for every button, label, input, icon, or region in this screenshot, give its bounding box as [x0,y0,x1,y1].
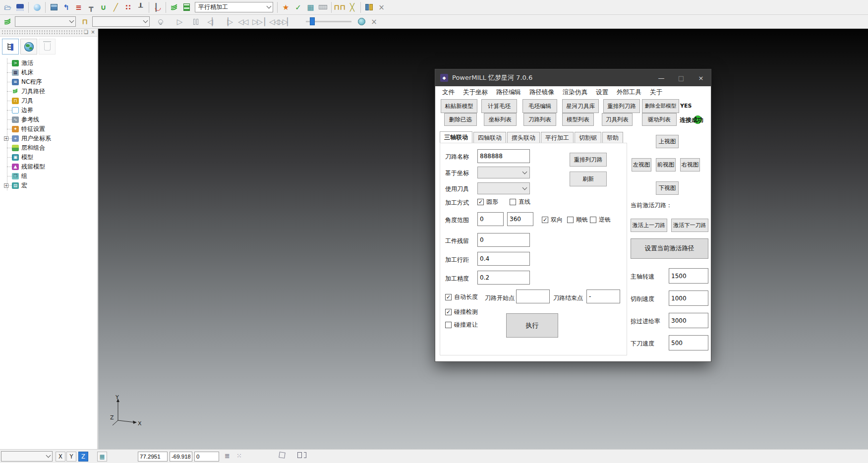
coord-z-field[interactable] [194,452,219,462]
boundary-icon[interactable]: ∪ [97,1,110,13]
tree-item-activate[interactable]: > 激活 [3,58,96,68]
view-bottom-button[interactable]: 下视图 [656,181,679,195]
speed-slider-handle[interactable] [310,17,315,25]
view-right-button[interactable]: 右视图 [680,158,700,172]
tab-4axis[interactable]: 四轴联动 [473,132,506,143]
menu-item-settings[interactable]: 设置 [596,88,608,97]
fast-forward-icon[interactable]: ▷▷ [251,16,263,28]
panel-grip[interactable] [2,33,82,34]
bidirectional-checkbox[interactable]: ✓ [542,217,548,223]
line-checkbox[interactable] [510,199,516,205]
tree-item-groups[interactable]: ❒ 组 [3,172,96,181]
calc-stock-button[interactable]: 计算毛坯 [481,99,517,113]
tab-recycle-bin[interactable] [39,39,56,55]
tab-tilt-head[interactable]: 摆头联动 [507,132,540,143]
close-toolbar-icon[interactable]: × [375,1,388,13]
menu-item-coords[interactable]: 关于坐标 [463,88,488,97]
toolpath-combobox[interactable] [15,16,76,27]
use-tool-dropdown[interactable] [477,182,530,194]
tree-item-tools[interactable]: ⊓ 刀具 [3,96,96,106]
axis-y-toggle[interactable]: Y [66,452,76,462]
save-icon[interactable] [14,1,26,13]
rearrange-toolpaths-button[interactable]: 重排列刀路 [603,99,640,113]
block-icon[interactable] [48,1,60,13]
conventional-checkbox[interactable] [590,217,596,223]
tab-help[interactable]: 帮助 [602,132,623,143]
collision-check-checkbox[interactable]: ✓ [445,309,452,315]
collision-check-icon[interactable]: ┃◡ [151,1,164,13]
nc-program-icon[interactable]: ≡ [72,1,85,13]
toolpath-create-icon[interactable]: ↰ [60,1,72,13]
statusbar-combobox[interactable] [1,451,53,462]
toolpath-list-icon[interactable] [180,1,193,13]
list-options-icon[interactable]: ≣ [225,452,230,460]
toolpath-name-input[interactable] [477,149,530,163]
clock-icon[interactable] [355,16,368,28]
dual-screen-icon[interactable] [297,452,306,460]
coord-x-field[interactable] [138,452,168,462]
auto-length-checkbox[interactable]: ✓ [445,294,452,300]
tree-item-stock-models[interactable]: ▲ 残留模型 [3,162,96,172]
grid-toggle-icon[interactable]: ▦ [97,452,107,462]
machining-strategy-combobox[interactable]: 平行精加工 [195,2,273,12]
rewind-icon[interactable]: ◁◁ [236,16,249,28]
play-icon[interactable]: ▷ [173,16,185,28]
view-front-button[interactable]: 前视图 [656,158,676,172]
coord-list-button[interactable]: 坐标列表 [484,113,517,126]
tab-hierarchy[interactable] [2,39,19,55]
swap-arrows-icon[interactable]: ╳ [346,1,358,13]
angle-from-input[interactable] [477,212,504,226]
tool-library-button[interactable]: 星河刀具库 [562,99,599,113]
view-left-button[interactable]: 左视图 [632,158,651,172]
angle-to-input[interactable] [507,212,533,226]
tree-item-boundaries[interactable]: 边界 [3,106,96,115]
view-top-button[interactable]: 上视图 [656,135,679,148]
menu-item-external-tools[interactable]: 外部工具 [617,88,641,97]
pause-icon[interactable] [189,16,202,28]
tool-combobox[interactable] [92,16,150,27]
tool-ball-icon[interactable]: ┳ [85,1,97,13]
lightbulb-icon[interactable] [154,16,166,28]
skip-end-icon[interactable]: ▷▷▏ [279,16,291,28]
panel-close-icon[interactable]: × [90,29,96,36]
activate-prev-toolpath-button[interactable]: 激活上一刀路 [631,219,667,232]
minimize-button[interactable]: — [651,69,671,86]
set-active-path-button[interactable]: 设置当前激活路径 [631,238,708,259]
tree-item-levels-sets[interactable]: 层和组合 [3,143,96,153]
panel-grip[interactable] [2,30,82,32]
stepover-input[interactable] [477,252,530,266]
edit-stock-button[interactable]: 毛坯编辑 [522,99,557,113]
tree-item-models[interactable]: ▣ 模型 [3,153,96,162]
activate-next-toolpath-button[interactable]: 激活下一刀路 [671,219,708,232]
spindle-speed-input[interactable] [669,268,708,284]
close-button[interactable]: × [691,69,711,86]
refresh-button[interactable]: 刷新 [570,172,607,186]
verify-tool-icon[interactable]: ✓ [292,1,304,13]
coord-y-field[interactable] [170,452,192,462]
menu-item-path-edit[interactable]: 路径编辑 [496,88,521,97]
execute-button[interactable]: 执行 [506,313,558,338]
tree-item-machine[interactable]: ▦ 机床 [3,68,96,77]
tree-item-nc-programs[interactable]: ≡ NC程序 [3,77,96,87]
close-toolbar-icon[interactable]: × [368,16,380,28]
climb-checkbox[interactable] [567,217,574,223]
rapid-feed-input[interactable] [669,313,708,328]
toolpath-active-icon[interactable] [168,1,180,13]
delete-selected-button[interactable]: 删除已选 [444,113,477,126]
points-icon[interactable]: ∷ [122,1,134,13]
tool-compare-icon[interactable] [363,1,375,13]
tree-item-patterns[interactable]: ∿ 参考线 [3,115,96,124]
tool-list-button[interactable]: 刀具列表 [602,113,633,126]
tab-levels[interactable] [20,39,37,55]
tree-item-toolpaths[interactable]: 刀具路径 [3,87,96,96]
dialog-titlebar[interactable]: ◆ PowerMILL 忆梦星河 7.0.6 — □ × [435,69,711,86]
step-forward-icon[interactable]: ▕▷ [221,16,233,28]
tool-holder-icon[interactable]: ┸ [134,1,147,13]
tree-item-macros[interactable]: + ▤ 宏 [3,181,96,190]
start-point-input[interactable] [516,289,550,303]
tab-3axis[interactable]: 三轴联动 [440,131,472,143]
tree-item-feature-sets[interactable]: ✦ 特征设置 [3,124,96,134]
toolpath-list-button[interactable]: 刀路列表 [523,113,556,126]
paste-new-model-button[interactable]: 粘贴新模型 [441,99,477,113]
tolerance-input[interactable] [477,271,530,285]
